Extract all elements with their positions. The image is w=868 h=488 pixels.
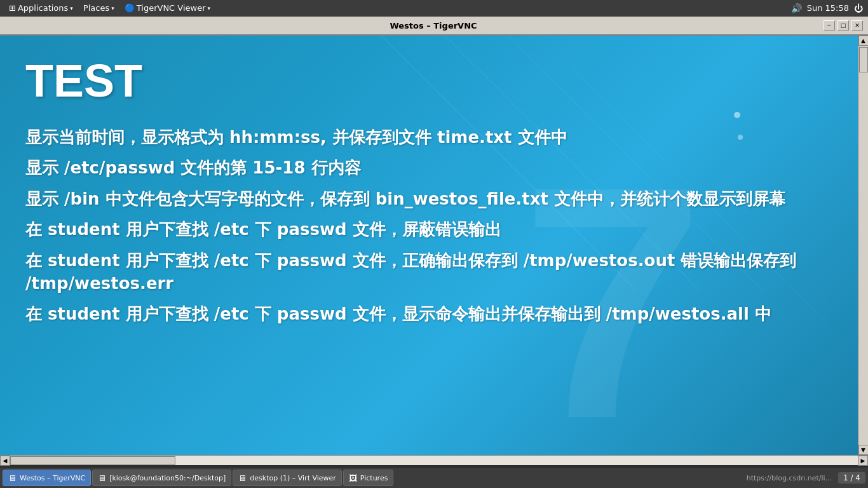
taskbar-item-virt[interactable]: 🖥 desktop (1) – Virt Viewer [233,470,342,486]
places-menu[interactable]: Places ▾ [79,2,118,14]
taskbar-label-terminal: [kiosk@foundation50:~/Desktop] [109,474,226,482]
datetime: Sun 15:58 [807,3,849,13]
taskbar: 🖥 Westos – TigerVNC 🖥 [kiosk@foundation5… [0,468,868,488]
window-controls: ─ □ ✕ [824,20,863,30]
minimize-button[interactable]: ─ [824,20,835,30]
system-bar-left: ⊞ Applications ▾ Places ▾ 🔵 TigerVNC Vie… [5,2,214,14]
vnc-content-area: 7 TEST 显示当前时间，显示格式为 hh:mm:ss, 并保存到文件 tim… [0,36,858,455]
applications-menu[interactable]: ⊞ Applications ▾ [5,2,77,14]
task-item-3: 显示 /bin 中文件包含大写字母的文件，保存到 bin_westos_file… [25,187,822,210]
vertical-scrollbar[interactable]: ▲ ▼ [858,36,868,455]
places-arrow: ▾ [111,5,114,11]
tigervnc-label: TigerVNC Viewer [137,3,206,13]
taskbar-label-westos: Westos – TigerVNC [20,474,85,482]
taskbar-icon-pictures: 🖼 [349,473,357,483]
scroll-up-button[interactable]: ▲ [858,36,869,46]
window-titlebar: Westos – TigerVNC ─ □ ✕ [0,17,868,36]
scroll-right-button[interactable]: ▶ [858,456,868,466]
taskbar-item-westos[interactable]: 🖥 Westos – TigerVNC [3,470,91,486]
horizontal-scrollbar[interactable]: ◀ ▶ [0,455,868,465]
power-icon[interactable]: ⏻ [854,3,863,13]
applications-label: Applications [18,3,68,13]
scroll-thumb[interactable] [859,47,868,72]
system-bar-right: 🔊 Sun 15:58 ⏻ [791,3,863,13]
applications-arrow: ▾ [70,5,73,11]
task-item-6: 在 student 用户下查找 /etc 下 passwd 文件，显示命令输出并… [25,302,822,325]
taskbar-url: https://blog.csdn.net/li... [395,474,837,482]
taskbar-icon-virt: 🖥 [238,473,247,483]
applications-icon: ⊞ [9,3,16,13]
taskbar-icon-terminal: 🖥 [98,473,106,483]
test-title: TEST [25,55,822,107]
task-item-2: 显示 /etc/passwd 文件的第 15-18 行内容 [25,156,822,179]
taskbar-item-pictures[interactable]: 🖼 Pictures [343,470,394,486]
taskbar-icon-westos: 🖥 [8,473,17,483]
scroll-thumb-h[interactable] [10,456,175,465]
taskbar-label-pictures: Pictures [360,474,388,482]
tigervnc-arrow: ▾ [208,5,211,11]
taskbar-label-virt: desktop (1) – Virt Viewer [250,474,336,482]
task-item-5: 在 student 用户下查找 /etc 下 passwd 文件，正确输出保存到… [25,249,822,295]
places-label: Places [83,3,109,13]
taskbar-item-terminal[interactable]: 🖥 [kiosk@foundation50:~/Desktop] [92,470,231,486]
window-title: Westos – TigerVNC [43,21,824,30]
content-area: TEST 显示当前时间，显示格式为 hh:mm:ss, 并保存到文件 time.… [0,36,848,353]
task-item-1: 显示当前时间，显示格式为 hh:mm:ss, 并保存到文件 time.txt 文… [25,126,822,149]
tigervnc-menu[interactable]: 🔵 TigerVNC Viewer ▾ [121,2,214,14]
page-counter: 1 / 4 [838,472,865,484]
maximize-button[interactable]: □ [837,20,849,30]
scroll-down-button[interactable]: ▼ [858,445,869,455]
volume-icon[interactable]: 🔊 [791,3,802,13]
scroll-track [10,456,858,465]
task-item-4: 在 student 用户下查找 /etc 下 passwd 文件，屏蔽错误输出 [25,218,822,241]
scroll-left-button[interactable]: ◀ [0,456,10,466]
system-bar: ⊞ Applications ▾ Places ▾ 🔵 TigerVNC Vie… [0,0,868,17]
close-button[interactable]: ✕ [851,20,863,30]
tigervnc-icon: 🔵 [125,3,135,13]
